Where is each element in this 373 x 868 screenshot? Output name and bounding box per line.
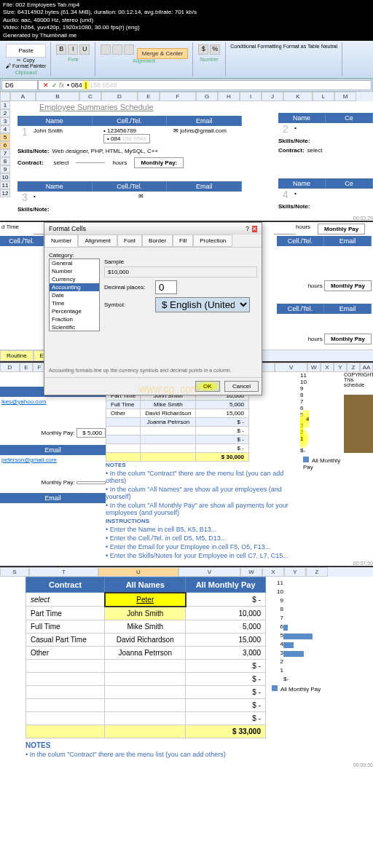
alignment-group: Merge & Center Alignment	[95, 42, 193, 76]
underline-button[interactable]: U	[79, 44, 90, 55]
help-icon[interactable]: ?	[246, 225, 249, 232]
video-metadata: File: 002 Employees Tab.mp4 Size: 643149…	[0, 0, 373, 41]
align-left-icon[interactable]	[101, 44, 111, 55]
dialog-tabs: Number Alignment Font Border Fill Protec…	[44, 234, 262, 248]
italic-button[interactable]: I	[68, 44, 78, 55]
total-row: $ 30,000	[106, 452, 249, 461]
table-row: selectPeter$ -	[26, 593, 266, 607]
table-row: $ -	[106, 426, 249, 435]
table-row: OtherJoanna Petrrson3,000	[26, 646, 266, 659]
table-row: $ -	[26, 698, 266, 711]
table-row: $ -	[26, 711, 266, 725]
symbol-select[interactable]: $ English (United States)	[155, 297, 250, 312]
tab-fill[interactable]: Fill	[173, 234, 193, 247]
email-link[interactable]: ikes@yahoo.com	[0, 397, 106, 406]
employee-number: 1	[17, 126, 32, 145]
styles-group: Conditional Formatting Format as Table N…	[226, 42, 342, 76]
category-list[interactable]: General Number Currency Accounting Date …	[49, 259, 100, 331]
contract-select[interactable]: select	[54, 159, 69, 166]
detail-chart: 11 10 9 8 7 6 5 4 3 2 1 $- All Monthly P…	[266, 577, 353, 738]
table-row: $ -	[26, 672, 266, 685]
formula-input[interactable]: ✕ ✓ fx • 084|158 6548	[38, 80, 372, 90]
bold-button[interactable]: B	[56, 44, 66, 55]
employee-card: Name Cell./Tel. Email 1 John Smith • 123…	[17, 116, 242, 168]
align-right-icon[interactable]	[124, 44, 134, 55]
ok-button[interactable]: OK	[195, 381, 220, 392]
format-cells-dialog: Format Cells ?✕ Number Alignment Font Bo…	[44, 222, 262, 395]
dialog-title: Format Cells	[49, 225, 86, 232]
name-input-cell[interactable]: Peter	[105, 593, 186, 607]
tab-font[interactable]: Font	[117, 234, 142, 247]
legend-swatch	[303, 457, 309, 462]
table-row: $ -	[106, 435, 249, 443]
column-headers: A B C D E F G H I J K L M	[0, 92, 373, 101]
tab-protection[interactable]: Protection	[193, 234, 232, 247]
ribbon: Paste ✂ Copy 🖌 Format Painter Clipboard …	[0, 41, 373, 79]
table-row: Full TimeMike Smith5,000	[26, 620, 266, 633]
sheet-tab-routine[interactable]: Routine	[0, 350, 34, 361]
name-box[interactable]: D6	[1, 80, 38, 90]
thumbnail-image	[344, 395, 373, 453]
table-row: Full TimeMike Smith5,000	[106, 400, 249, 409]
employee-name[interactable]: John Smith	[32, 126, 102, 145]
align-center-icon[interactable]	[112, 44, 122, 55]
sample-value: $10,000	[104, 267, 257, 277]
close-icon[interactable]: ✕	[252, 226, 257, 232]
detail-table: ContractAll NamesAll Monthly Pay selectP…	[25, 577, 266, 738]
fx-icon[interactable]: fx	[59, 82, 64, 89]
decimal-places-input[interactable]	[155, 280, 177, 294]
enter-icon[interactable]: ✓	[52, 82, 58, 89]
phone-input[interactable]: • 084 158 6548	[103, 134, 150, 143]
currency-icon[interactable]: $	[198, 44, 208, 55]
cursor-highlight: |	[82, 80, 90, 90]
tab-border[interactable]: Border	[142, 234, 173, 247]
merge-center-button[interactable]: Merge & Center	[137, 48, 188, 59]
category-accounting[interactable]: Accounting	[50, 283, 99, 291]
percent-icon[interactable]: %	[210, 44, 220, 55]
clipboard-group: Paste ✂ Copy 🖌 Format Painter Clipboard	[1, 42, 51, 76]
table-row: Casual Part TimeDavid Richardson15,000	[26, 633, 266, 646]
formula-bar: D6 ✕ ✓ fx • 084|158 6548	[0, 79, 373, 92]
table-row: Part TimeJohn Smith10,000	[26, 607, 266, 620]
monthly-pay-box: Monthly Pay:	[134, 157, 184, 168]
table-row: OtherDavid Richardson15,000	[106, 409, 249, 417]
format-painter-button[interactable]: 🖌 Format Painter	[6, 63, 46, 68]
tab-alignment[interactable]: Alignment	[78, 234, 117, 247]
table-row: Joanna Petrrson$ -	[106, 417, 249, 426]
tab-number[interactable]: Number	[44, 234, 78, 247]
number-group: $% Number	[193, 42, 226, 76]
table-row: $ -	[26, 659, 266, 672]
mini-chart: 111098765 4321 $- All Monthly Pay	[300, 372, 344, 561]
table-row: $ -	[106, 443, 249, 452]
cancel-icon[interactable]: ✕	[43, 82, 49, 89]
table-row: $ -	[26, 685, 266, 698]
cancel-button[interactable]: Cancel	[224, 381, 259, 392]
page-title: Employee Summaries Schedule	[10, 101, 373, 113]
font-group: BIU Font	[51, 42, 95, 76]
instructions-heading: INSTRUCTIONS	[106, 518, 300, 524]
format-description: Accounting formats line up the currency …	[49, 331, 257, 373]
notes-heading: NOTES	[106, 462, 300, 468]
email-link[interactable]: peterson@gmail.com	[0, 455, 106, 465]
copy-button[interactable]: ✂ Copy	[6, 58, 46, 63]
paste-button[interactable]: Paste	[6, 44, 46, 58]
